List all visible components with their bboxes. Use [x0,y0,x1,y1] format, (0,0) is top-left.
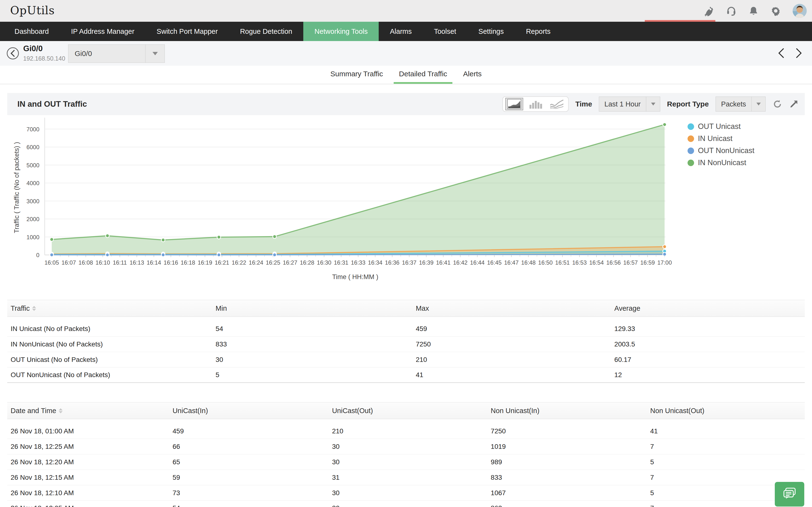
column-header[interactable]: Date and Time [7,407,169,415]
svg-text:16:25: 16:25 [266,259,280,266]
svg-text:16:21: 16:21 [215,259,229,266]
user-avatar[interactable] [793,4,807,18]
nav-item-rogue-detection[interactable]: Rogue Detection [229,22,303,41]
line-chart-type-button[interactable] [548,98,566,110]
traffic-panel-header: IN and OUT Traffic [7,93,805,115]
legend-item[interactable]: IN Unicast [688,132,755,145]
table-row: 26 Nov 18, 12:25 AM663010197 [7,439,805,454]
app-logo: OpUtils [10,4,55,17]
nav-item-switch-port-mapper[interactable]: Switch Port Mapper [146,22,229,41]
detail-table-header: Date and TimeUniCast(In)UniCast(Out)Non … [7,402,805,419]
legend-item[interactable]: OUT Unicast [688,120,755,132]
report-type-label: Report Type [667,100,709,108]
column-header: UniCast(In) [169,407,329,415]
table-cell: 26 Nov 18, 12:20 AM [7,458,169,466]
table-cell: 833 [488,474,647,482]
table-cell: 1067 [488,489,647,497]
legend-item[interactable]: IN NonUnicast [688,157,755,169]
svg-text:6000: 6000 [27,144,39,151]
table-cell: 7250 [412,340,611,348]
nav-item-settings[interactable]: Settings [467,22,515,41]
headset-icon[interactable] [726,6,737,16]
table-cell: 65 [169,458,329,466]
chevron-down-icon [646,97,660,111]
next-interface-button[interactable] [794,47,803,59]
nav-item-networking-tools[interactable]: Networking Tools [303,22,379,41]
table-row: 26 Nov 18, 12:15 AM59318337 [7,470,805,485]
report-type-value: Packets [716,100,751,108]
svg-text:16:13: 16:13 [130,259,144,266]
nav-item-reports[interactable]: Reports [515,22,562,41]
table-cell: OUT Unicast (No of Packets) [7,356,212,363]
column-header: Max [412,304,611,313]
svg-text:16:56: 16:56 [606,259,621,266]
column-header[interactable]: Traffic [7,304,212,313]
summary-table-header: TrafficMinMaxAverage [7,300,805,317]
bar-chart-type-button[interactable] [526,98,545,110]
gear-icon[interactable] [770,6,781,16]
subtab-alerts[interactable]: Alerts [458,66,487,84]
table-cell: IN Unicast (No of Packets) [7,325,212,333]
column-header: Average [611,304,805,313]
svg-text:16:18: 16:18 [181,259,195,266]
refresh-icon[interactable] [772,99,782,109]
table-cell: 30 [329,458,488,466]
svg-text:16:27: 16:27 [283,259,297,266]
svg-text:16:54: 16:54 [589,259,604,266]
svg-text:Time ( HH:MM ): Time ( HH:MM ) [332,273,378,281]
table-row: IN NonUnicast (No of Packets)83372502003… [7,337,805,352]
table-cell: IN NonUnicast (No of Packets) [7,340,212,348]
subtab-summary-traffic[interactable]: Summary Traffic [325,66,388,84]
svg-text:16:28: 16:28 [300,259,314,266]
time-label: Time [575,100,592,108]
svg-text:16:59: 16:59 [641,259,655,266]
chart-legend: OUT UnicastIN UnicastOUT NonUnicastIN No… [688,120,755,169]
table-cell: 30 [329,504,488,507]
svg-text:16:41: 16:41 [436,259,451,266]
table-cell: 5 [212,371,412,379]
legend-item[interactable]: OUT NonUnicast [688,145,755,157]
legend-dot [688,135,694,142]
svg-text:16:37: 16:37 [402,259,416,266]
table-cell: 989 [488,458,647,466]
table-cell: 459 [169,427,329,435]
nav-item-dashboard[interactable]: Dashboard [3,22,60,41]
nav-item-alarms[interactable]: Alarms [379,22,423,41]
table-cell: 54 [169,504,329,507]
area-chart-type-button[interactable] [505,98,523,110]
svg-text:16:48: 16:48 [521,259,536,266]
bell-icon[interactable] [748,6,759,16]
back-button[interactable] [7,47,19,59]
nav-item-toolset[interactable]: Toolset [423,22,467,41]
time-range-value: Last 1 Hour [599,100,646,108]
table-cell: 12 [611,371,805,379]
svg-text:16:07: 16:07 [61,259,76,266]
svg-text:16:53: 16:53 [572,259,587,266]
table-cell: 66 [169,443,329,451]
in-out-traffic-chart[interactable]: 0100020003000400050006000700016:0516:071… [0,115,677,282]
rocket-icon[interactable] [704,6,714,16]
prev-interface-button[interactable] [777,47,786,59]
svg-text:16:34: 16:34 [368,259,382,266]
expand-icon[interactable] [789,100,799,109]
live-chat-button[interactable] [775,482,804,507]
nav-item-ip-address-manager[interactable]: IP Address Manager [60,22,146,41]
table-cell: 2003.5 [611,340,805,348]
table-cell: 41 [647,427,805,435]
interface-name: Gi0/0 [23,44,43,53]
svg-text:16:14: 16:14 [147,259,161,266]
panel-title: IN and OUT Traffic [7,100,87,109]
table-cell: 73 [169,489,329,497]
svg-text:16:16: 16:16 [164,259,178,266]
report-type-selector[interactable]: Packets [716,97,766,112]
svg-text:16:24: 16:24 [249,259,263,266]
svg-text:16:10: 16:10 [95,259,110,266]
table-cell: 54 [212,325,412,333]
table-row: IN Unicast (No of Packets)54459129.33 [7,321,805,337]
time-range-selector[interactable]: Last 1 Hour [599,97,660,112]
svg-text:16:11: 16:11 [113,259,127,266]
svg-text:16:39: 16:39 [419,259,434,266]
svg-text:1000: 1000 [27,234,39,240]
interface-selector[interactable]: Gi0/0 [68,44,165,63]
subtab-detailed-traffic[interactable]: Detailed Traffic [394,66,453,84]
